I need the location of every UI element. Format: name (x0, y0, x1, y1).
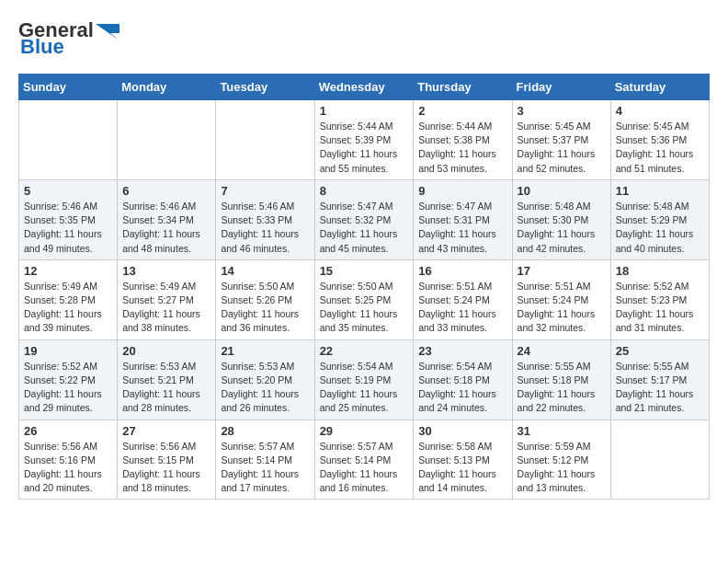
day-info: Sunrise: 5:51 AMSunset: 5:24 PMDaylight:… (518, 280, 606, 336)
day-number: 31 (518, 424, 606, 438)
day-number: 19 (24, 344, 112, 358)
calendar-cell: 25Sunrise: 5:55 AMSunset: 5:17 PMDayligh… (610, 339, 709, 419)
day-info: Sunrise: 5:46 AMSunset: 5:35 PMDaylight:… (24, 200, 112, 256)
day-number: 1 (320, 104, 409, 118)
weekday-header: Thursday (414, 75, 512, 100)
day-number: 26 (24, 424, 112, 438)
calendar-cell: 18Sunrise: 5:52 AMSunset: 5:23 PMDayligh… (610, 259, 709, 339)
day-info: Sunrise: 5:55 AMSunset: 5:17 PMDaylight:… (616, 360, 704, 416)
day-info: Sunrise: 5:54 AMSunset: 5:19 PMDaylight:… (320, 360, 409, 416)
page-header: General Blue (18, 18, 710, 59)
calendar-cell: 22Sunrise: 5:54 AMSunset: 5:19 PMDayligh… (314, 339, 414, 419)
calendar-cell: 6Sunrise: 5:46 AMSunset: 5:34 PMDaylight… (118, 179, 216, 259)
day-number: 18 (616, 264, 704, 278)
calendar-cell: 1Sunrise: 5:44 AMSunset: 5:39 PMDaylight… (314, 100, 414, 180)
weekday-header: Saturday (610, 75, 709, 100)
calendar-week-row: 12Sunrise: 5:49 AMSunset: 5:28 PMDayligh… (19, 259, 710, 339)
day-info: Sunrise: 5:44 AMSunset: 5:38 PMDaylight:… (418, 120, 506, 176)
day-number: 6 (122, 184, 210, 198)
calendar-header-row: SundayMondayTuesdayWednesdayThursdayFrid… (19, 75, 710, 100)
calendar-cell: 24Sunrise: 5:55 AMSunset: 5:18 PMDayligh… (512, 339, 610, 419)
calendar-cell (118, 100, 216, 180)
day-number: 28 (221, 424, 309, 438)
calendar-cell: 21Sunrise: 5:53 AMSunset: 5:20 PMDayligh… (216, 339, 314, 419)
calendar-cell: 27Sunrise: 5:56 AMSunset: 5:15 PMDayligh… (118, 419, 216, 500)
day-number: 2 (418, 104, 506, 118)
calendar-week-row: 19Sunrise: 5:52 AMSunset: 5:22 PMDayligh… (19, 339, 710, 419)
day-info: Sunrise: 5:49 AMSunset: 5:28 PMDaylight:… (24, 280, 112, 336)
day-number: 13 (122, 264, 210, 278)
calendar-cell: 11Sunrise: 5:48 AMSunset: 5:29 PMDayligh… (610, 179, 709, 259)
day-info: Sunrise: 5:59 AMSunset: 5:12 PMDaylight:… (518, 440, 606, 496)
calendar-cell: 30Sunrise: 5:58 AMSunset: 5:13 PMDayligh… (414, 419, 512, 500)
calendar-cell (19, 100, 118, 180)
calendar-cell: 3Sunrise: 5:45 AMSunset: 5:37 PMDaylight… (512, 100, 610, 180)
calendar-table: SundayMondayTuesdayWednesdayThursdayFrid… (18, 74, 710, 500)
calendar-cell: 23Sunrise: 5:54 AMSunset: 5:18 PMDayligh… (414, 339, 512, 419)
day-info: Sunrise: 5:44 AMSunset: 5:39 PMDaylight:… (320, 120, 409, 176)
day-info: Sunrise: 5:51 AMSunset: 5:24 PMDaylight:… (418, 280, 506, 336)
day-number: 15 (320, 264, 409, 278)
day-info: Sunrise: 5:47 AMSunset: 5:31 PMDaylight:… (418, 200, 506, 256)
day-number: 5 (24, 184, 112, 198)
calendar-week-row: 26Sunrise: 5:56 AMSunset: 5:16 PMDayligh… (19, 419, 710, 500)
day-number: 12 (24, 264, 112, 278)
calendar-week-row: 1Sunrise: 5:44 AMSunset: 5:39 PMDaylight… (19, 100, 710, 180)
day-info: Sunrise: 5:47 AMSunset: 5:32 PMDaylight:… (320, 200, 409, 256)
day-number: 27 (122, 424, 210, 438)
day-info: Sunrise: 5:53 AMSunset: 5:21 PMDaylight:… (122, 360, 210, 416)
day-info: Sunrise: 5:55 AMSunset: 5:18 PMDaylight:… (518, 360, 606, 416)
weekday-header: Tuesday (216, 75, 314, 100)
day-info: Sunrise: 5:56 AMSunset: 5:16 PMDaylight:… (24, 440, 112, 496)
day-number: 4 (616, 104, 704, 118)
day-info: Sunrise: 5:49 AMSunset: 5:27 PMDaylight:… (122, 280, 210, 336)
svg-marker-0 (96, 24, 119, 40)
day-info: Sunrise: 5:53 AMSunset: 5:20 PMDaylight:… (221, 360, 309, 416)
calendar-cell: 13Sunrise: 5:49 AMSunset: 5:27 PMDayligh… (118, 259, 216, 339)
day-number: 22 (320, 344, 409, 358)
calendar-cell: 31Sunrise: 5:59 AMSunset: 5:12 PMDayligh… (512, 419, 610, 500)
calendar-cell: 12Sunrise: 5:49 AMSunset: 5:28 PMDayligh… (19, 259, 118, 339)
calendar-cell: 14Sunrise: 5:50 AMSunset: 5:26 PMDayligh… (216, 259, 314, 339)
day-number: 8 (320, 184, 409, 198)
logo: General Blue (18, 18, 121, 59)
day-number: 24 (518, 344, 606, 358)
weekday-header: Monday (118, 75, 216, 100)
day-number: 21 (221, 344, 309, 358)
day-number: 23 (418, 344, 506, 358)
day-info: Sunrise: 5:50 AMSunset: 5:25 PMDaylight:… (320, 280, 409, 336)
day-number: 25 (616, 344, 704, 358)
calendar-cell: 15Sunrise: 5:50 AMSunset: 5:25 PMDayligh… (314, 259, 414, 339)
day-info: Sunrise: 5:52 AMSunset: 5:22 PMDaylight:… (24, 360, 112, 416)
weekday-header: Friday (512, 75, 610, 100)
day-info: Sunrise: 5:45 AMSunset: 5:37 PMDaylight:… (518, 120, 606, 176)
day-number: 11 (616, 184, 704, 198)
day-info: Sunrise: 5:46 AMSunset: 5:34 PMDaylight:… (122, 200, 210, 256)
calendar-cell: 10Sunrise: 5:48 AMSunset: 5:30 PMDayligh… (512, 179, 610, 259)
calendar-cell: 28Sunrise: 5:57 AMSunset: 5:14 PMDayligh… (216, 419, 314, 500)
day-number: 16 (418, 264, 506, 278)
day-info: Sunrise: 5:45 AMSunset: 5:36 PMDaylight:… (616, 120, 704, 176)
day-number: 3 (518, 104, 606, 118)
logo-blue: Blue (20, 35, 64, 59)
calendar-cell (610, 419, 709, 500)
calendar-cell: 4Sunrise: 5:45 AMSunset: 5:36 PMDaylight… (610, 100, 709, 180)
calendar-cell: 5Sunrise: 5:46 AMSunset: 5:35 PMDaylight… (19, 179, 118, 259)
day-info: Sunrise: 5:54 AMSunset: 5:18 PMDaylight:… (418, 360, 506, 416)
calendar-cell: 8Sunrise: 5:47 AMSunset: 5:32 PMDaylight… (314, 179, 414, 259)
day-info: Sunrise: 5:57 AMSunset: 5:14 PMDaylight:… (320, 440, 409, 496)
calendar-cell: 17Sunrise: 5:51 AMSunset: 5:24 PMDayligh… (512, 259, 610, 339)
calendar-cell: 7Sunrise: 5:46 AMSunset: 5:33 PMDaylight… (216, 179, 314, 259)
calendar-cell: 2Sunrise: 5:44 AMSunset: 5:38 PMDaylight… (414, 100, 512, 180)
day-number: 9 (418, 184, 506, 198)
day-number: 20 (122, 344, 210, 358)
day-number: 29 (320, 424, 409, 438)
day-info: Sunrise: 5:48 AMSunset: 5:29 PMDaylight:… (616, 200, 704, 256)
day-info: Sunrise: 5:56 AMSunset: 5:15 PMDaylight:… (122, 440, 210, 496)
day-number: 7 (221, 184, 309, 198)
day-number: 30 (418, 424, 506, 438)
calendar-cell (216, 100, 314, 180)
day-info: Sunrise: 5:57 AMSunset: 5:14 PMDaylight:… (221, 440, 309, 496)
day-info: Sunrise: 5:46 AMSunset: 5:33 PMDaylight:… (221, 200, 309, 256)
calendar-cell: 9Sunrise: 5:47 AMSunset: 5:31 PMDaylight… (414, 179, 512, 259)
